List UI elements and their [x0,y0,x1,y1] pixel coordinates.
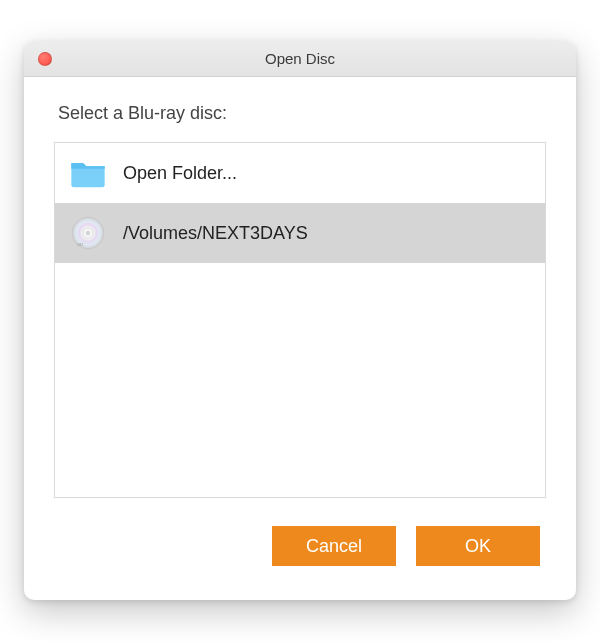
volume-row[interactable]: SD /Volumes/NEXT3DAYS [55,203,545,263]
disc-list: Open Folder... [54,142,546,498]
dialog-window: Open Disc Select a Blu-ray disc: Open Fo… [24,41,576,600]
dialog-content: Select a Blu-ray disc: Open Folder... [24,77,576,600]
open-folder-row[interactable]: Open Folder... [55,143,545,203]
folder-icon [67,152,109,194]
button-bar: Cancel OK [54,526,540,566]
titlebar: Open Disc [24,41,576,77]
open-folder-label: Open Folder... [123,163,237,184]
volume-label: /Volumes/NEXT3DAYS [123,223,308,244]
svg-text:SD: SD [77,242,83,247]
ok-button[interactable]: OK [416,526,540,566]
svg-point-2 [86,231,90,235]
window-title: Open Disc [24,50,576,67]
prompt-text: Select a Blu-ray disc: [58,103,546,124]
cancel-button[interactable]: Cancel [272,526,396,566]
disc-icon: SD [67,212,109,254]
close-window-button[interactable] [38,52,52,66]
